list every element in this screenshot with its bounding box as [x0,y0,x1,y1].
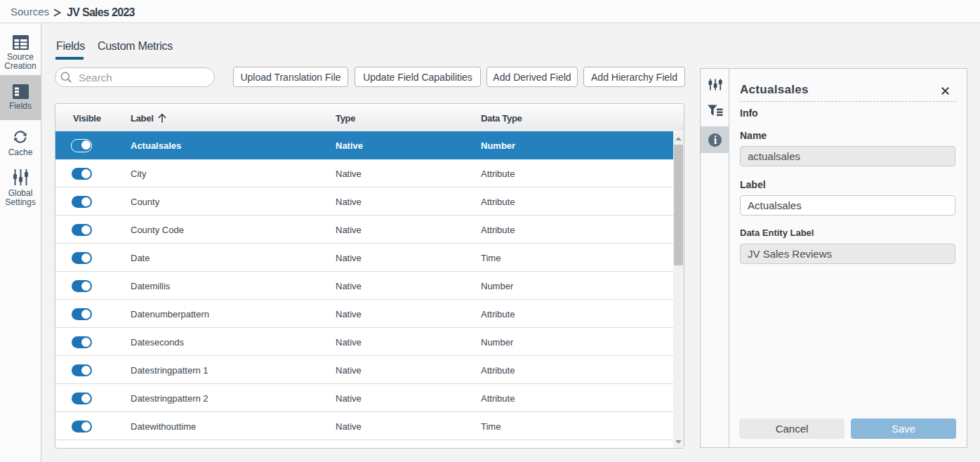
svg-text:i: i [714,134,717,146]
